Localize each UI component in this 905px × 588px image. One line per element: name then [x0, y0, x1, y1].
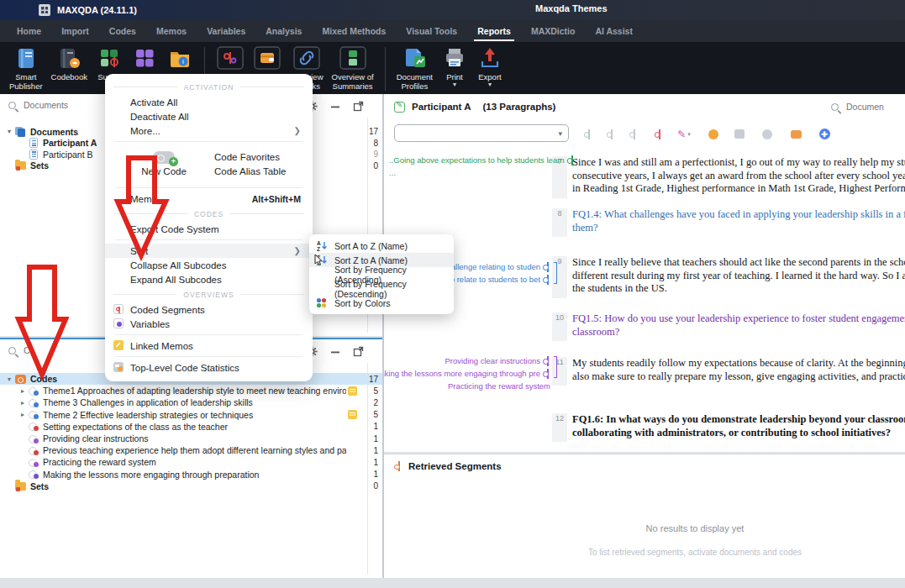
menu-tab-import[interactable]: Import	[51, 20, 99, 42]
smart-publisher-icon	[15, 46, 37, 70]
code-row[interactable]: Previous teaching experience help them a…	[0, 444, 382, 456]
submenu-item-sort-by-frequency-descending-[interactable]: Sort by Frequency (Descending)	[309, 281, 454, 296]
code-row[interactable]: Sets0	[0, 480, 382, 492]
menu-item-code-favorites[interactable]: Code Favorites	[214, 152, 304, 162]
tree-item-label: Previous teaching experience help them a…	[43, 445, 346, 455]
menu-tab-reports[interactable]: Reports	[467, 20, 521, 42]
frequency-count: 1	[359, 458, 381, 467]
menu-item-more-[interactable]: More...❯	[105, 123, 313, 138]
tree-item-label: Practicing the reward system	[43, 457, 346, 467]
browser-search-input[interactable]	[844, 101, 895, 113]
codebook-button[interactable]: Codebook	[47, 45, 92, 81]
submenu-item-sort-a-to-z-name-[interactable]: AZSort A to Z (Name)	[309, 239, 454, 253]
code-row[interactable]: Providing clear instructions1	[0, 433, 382, 444]
apps-grid-icon	[133, 46, 156, 70]
frequency-count: 17	[359, 127, 381, 136]
code-in-vivo-icon[interactable]	[603, 128, 617, 140]
paraphrase-icon[interactable]	[789, 128, 802, 140]
code-row[interactable]: ▸Theme 2 Effective leadership strategies…	[0, 409, 382, 421]
menu-tab-analysis[interactable]: Analysis	[255, 20, 312, 42]
code-row[interactable]: Setting expectations of the class as the…	[0, 421, 382, 433]
emoticode-icon[interactable]	[707, 128, 720, 140]
edit-mode-icon[interactable]	[394, 102, 405, 113]
collapse-panel-icon[interactable]	[330, 100, 340, 115]
menu-item-coded-segments[interactable]: Coded Segments	[105, 302, 313, 317]
paragraph-text: FQ1.5: How do you use your leadership ex…	[572, 312, 905, 339]
menu-item-collapse-all-subcodes[interactable]: Collapse All Subcodes	[105, 258, 313, 272]
chevron-down-icon[interactable]: ▾	[3, 128, 15, 135]
menu-tab-maxdictio[interactable]: MAXDictio	[521, 20, 586, 42]
code-combobox[interactable]: ▾	[394, 124, 569, 142]
ai-assist-icon[interactable]: ✚	[818, 128, 831, 140]
panel-splitter[interactable]	[382, 94, 384, 578]
tree-item-label: Providing clear instructions	[43, 433, 346, 444]
frequency-count: 1	[359, 446, 381, 455]
frequency-count: 9	[359, 150, 381, 159]
new-code-icon	[153, 151, 175, 164]
tree-item-label: Sets	[30, 481, 346, 491]
code-icon[interactable]	[581, 128, 594, 140]
undock-panel-icon[interactable]	[353, 345, 364, 360]
code-glyph-icon	[543, 356, 550, 366]
frequency-count: 5	[359, 386, 381, 396]
memo-icon[interactable]	[348, 410, 357, 419]
menu-item-variables[interactable]: Variables	[105, 317, 313, 331]
menu-item-sort[interactable]: Sort❯	[105, 244, 313, 258]
chevron-down-icon[interactable]: ▾	[3, 375, 15, 383]
undock-panel-icon[interactable]	[353, 100, 364, 115]
folder-overview-button[interactable]: i	[162, 45, 197, 71]
print-button[interactable]: Print▾	[437, 45, 472, 87]
menu-tab-codes[interactable]: Codes	[99, 20, 146, 42]
code-glyph-icon	[543, 262, 550, 272]
menu-item-deactivate-all[interactable]: Deactivate All	[105, 109, 313, 123]
overview-summaries-button[interactable]: Overview of Summaries	[328, 45, 378, 91]
overview-coded-segments-button[interactable]	[212, 45, 249, 71]
collapse-panel-icon[interactable]	[330, 345, 340, 360]
apps-grid-button[interactable]	[127, 45, 162, 71]
coded-segment-label[interactable]: Providing clear instructionsMaking the l…	[389, 354, 550, 392]
code-row[interactable]: Making the lessons more engaging through…	[0, 469, 382, 480]
code-open-icon[interactable]	[626, 128, 639, 140]
coded-segment-label[interactable]: ..Going above expectations to help stude…	[389, 154, 550, 179]
menu-item-top-level-code-statistics[interactable]: Top-Level Code Statistics	[105, 360, 313, 375]
menu-item-code-alias-table[interactable]: Code Alias Table	[214, 166, 304, 176]
document-profiles-button[interactable]: Document Profiles	[392, 45, 437, 91]
code-row[interactable]: ▸Theme 3 Challenges in application of le…	[0, 396, 382, 408]
code-favorite-icon[interactable]	[651, 128, 665, 140]
submenu-item-sort-by-colors[interactable]: Sort by Colors	[309, 296, 454, 310]
new-code-menu-item[interactable]: New Code	[113, 147, 214, 181]
menu-item-activate-all[interactable]: Activate All	[105, 95, 313, 109]
svg-text:A: A	[317, 240, 321, 246]
overview-links-icon	[292, 45, 321, 71]
menu-item-export-code-system[interactable]: Export Code System	[105, 222, 313, 236]
stats-icon	[113, 362, 124, 374]
summaries-icon	[97, 46, 121, 70]
document-profiles-icon	[401, 45, 428, 71]
erase-icon[interactable]	[760, 128, 774, 140]
smart-publisher-button[interactable]: Smart Publisher	[5, 45, 47, 91]
code-row[interactable]: Practicing the reward system1	[0, 456, 382, 468]
code-icon	[29, 410, 39, 419]
menu-tab-visual-tools[interactable]: Visual Tools	[396, 20, 467, 42]
paste-icon[interactable]	[733, 128, 746, 140]
menu-tab-variables[interactable]: Variables	[197, 20, 255, 42]
menu-item-linked-memos[interactable]: Linked Memos	[105, 339, 313, 353]
menu-tab-ai-assist[interactable]: AI Assist	[585, 20, 643, 42]
chevron-right-icon[interactable]: ▸	[17, 387, 29, 395]
frequency-count: 8	[359, 139, 381, 148]
menu-item-memo[interactable]: MemoAlt+Shift+M	[105, 192, 313, 206]
export-button[interactable]: Export▾	[472, 45, 508, 87]
menu-tab-memos[interactable]: Memos	[146, 20, 197, 42]
codes-context-menu: ACTIVATIONActivate AllDeactivate AllMore…	[105, 74, 313, 381]
menu-tab-home[interactable]: Home	[7, 20, 51, 42]
memo-icon[interactable]	[348, 386, 357, 396]
menu-tab-mixed-methods[interactable]: Mixed Methods	[312, 20, 396, 42]
shortcut-label: Alt+Shift+M	[252, 194, 301, 204]
menu-item-expand-all-subcodes[interactable]: Expand All Subcodes	[105, 272, 313, 286]
chevron-right-icon[interactable]: ▸	[17, 399, 29, 407]
tree-item-label: Making the lessons more engaging through…	[43, 470, 346, 480]
highlighter-icon[interactable]: ✎▾	[677, 128, 691, 140]
chevron-right-icon[interactable]: ▸	[17, 411, 29, 418]
code-glyph-icon	[567, 155, 575, 165]
code-row[interactable]: ▸Theme1 Approaches of adapting leadershi…	[0, 385, 382, 396]
